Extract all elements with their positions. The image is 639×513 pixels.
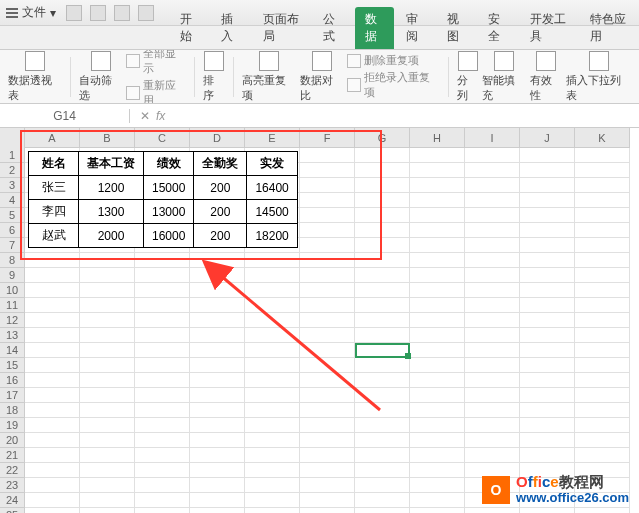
row-header[interactable]: 20 <box>0 433 24 448</box>
header-attendance[interactable]: 全勤奖 <box>194 152 247 176</box>
select-all-corner[interactable] <box>0 128 25 148</box>
column-header[interactable]: D <box>190 128 245 148</box>
row-header[interactable]: 4 <box>0 193 24 208</box>
fx-label[interactable]: fx <box>156 109 165 123</box>
row-header[interactable]: 17 <box>0 388 24 403</box>
cell[interactable]: 200 <box>194 176 247 200</box>
tab-data[interactable]: 数据 <box>355 7 394 49</box>
column-header[interactable]: H <box>410 128 465 148</box>
cell[interactable]: 15000 <box>144 176 194 200</box>
tab-view[interactable]: 视图 <box>437 7 476 49</box>
column-header[interactable]: I <box>465 128 520 148</box>
watermark-text: Office教程网 www.office26.com <box>516 474 629 505</box>
sheet-area[interactable]: ABCDEFGHIJK 1234567891011121314151617181… <box>0 128 639 513</box>
cell[interactable]: 1200 <box>79 176 144 200</box>
reject-dup-button[interactable]: 拒绝录入重复项 <box>347 70 439 100</box>
row-header[interactable]: 10 <box>0 283 24 298</box>
row-header[interactable]: 3 <box>0 178 24 193</box>
header-total[interactable]: 实发 <box>247 152 297 176</box>
sort-button[interactable]: 排序 <box>203 51 225 103</box>
row-header[interactable]: 21 <box>0 448 24 463</box>
row-header[interactable]: 1 <box>0 148 24 163</box>
cell[interactable]: 赵武 <box>29 224 79 248</box>
row-header[interactable]: 7 <box>0 238 24 253</box>
column-header[interactable]: F <box>300 128 355 148</box>
cell[interactable]: 200 <box>194 224 247 248</box>
smart-fill-button[interactable]: 智能填充 <box>482 51 525 103</box>
cell[interactable]: 16000 <box>144 224 194 248</box>
file-menu[interactable]: 文件 ▾ <box>6 4 56 21</box>
row-header[interactable]: 15 <box>0 358 24 373</box>
column-header[interactable]: C <box>135 128 190 148</box>
row-header[interactable]: 16 <box>0 373 24 388</box>
tab-security[interactable]: 安全 <box>478 7 517 49</box>
row-header[interactable]: 24 <box>0 493 24 508</box>
row-header[interactable]: 25 <box>0 508 24 513</box>
column-header[interactable]: J <box>520 128 575 148</box>
row-header[interactable]: 22 <box>0 463 24 478</box>
row-header[interactable]: 19 <box>0 418 24 433</box>
tab-formula[interactable]: 公式 <box>313 7 352 49</box>
cell[interactable]: 14500 <box>247 200 297 224</box>
cell[interactable]: 13000 <box>144 200 194 224</box>
cell[interactable]: 200 <box>194 200 247 224</box>
smartfill-icon <box>494 51 514 71</box>
cell[interactable]: 2000 <box>79 224 144 248</box>
text-to-col-button[interactable]: 分列 <box>457 51 479 103</box>
insert-dropdown-button[interactable]: 插入下拉列表 <box>566 51 631 103</box>
qat-save-icon[interactable] <box>66 5 82 21</box>
name-box[interactable]: G14 <box>0 109 130 123</box>
autofilter-button[interactable]: 自动筛选 <box>79 51 122 103</box>
formula-bar: G14 ✕ fx <box>0 104 639 128</box>
tab-pagelayout[interactable]: 页面布局 <box>253 7 312 49</box>
header-name[interactable]: 姓名 <box>29 152 79 176</box>
tab-special[interactable]: 特色应用 <box>580 7 639 49</box>
header-base-salary[interactable]: 基本工资 <box>79 152 144 176</box>
pivot-table-button[interactable]: 数据透视表 <box>8 51 62 103</box>
cell[interactable]: 李四 <box>29 200 79 224</box>
row-header[interactable]: 5 <box>0 208 24 223</box>
cell[interactable]: 1300 <box>79 200 144 224</box>
row-header[interactable]: 11 <box>0 298 24 313</box>
column-header[interactable]: E <box>245 128 300 148</box>
cell[interactable]: 18200 <box>247 224 297 248</box>
column-header[interactable]: K <box>575 128 630 148</box>
reapply-button[interactable]: 重新应用 <box>126 78 186 105</box>
watermark-url: www.office26.com <box>516 491 629 505</box>
column-header[interactable]: A <box>25 128 80 148</box>
row-header[interactable]: 14 <box>0 343 24 358</box>
showall-button[interactable]: 全部显示 <box>126 50 186 76</box>
remove-dup-button[interactable]: 删除重复项 <box>347 53 439 68</box>
row-header[interactable]: 12 <box>0 313 24 328</box>
row-headers: 1234567891011121314151617181920212223242… <box>0 148 25 513</box>
column-header[interactable]: B <box>80 128 135 148</box>
row-header[interactable]: 13 <box>0 328 24 343</box>
highlight-dup-button[interactable]: 高亮重复项 <box>242 51 296 103</box>
row-header[interactable]: 6 <box>0 223 24 238</box>
tab-review[interactable]: 审阅 <box>396 7 435 49</box>
qat-undo-icon[interactable] <box>90 5 106 21</box>
tab-dev[interactable]: 开发工具 <box>520 7 579 49</box>
row-header[interactable]: 18 <box>0 403 24 418</box>
row-header[interactable]: 2 <box>0 163 24 178</box>
filter-icon <box>91 51 111 71</box>
tab-start[interactable]: 开始 <box>170 7 209 49</box>
column-header[interactable]: G <box>355 128 410 148</box>
row-header[interactable]: 8 <box>0 253 24 268</box>
hamburger-icon <box>6 8 18 18</box>
validity-button[interactable]: 有效性 <box>530 51 562 103</box>
cell[interactable]: 16400 <box>247 176 297 200</box>
tab-insert[interactable]: 插入 <box>211 7 250 49</box>
qat-print-icon[interactable] <box>138 5 154 21</box>
separator <box>448 57 449 97</box>
qat-redo-icon[interactable] <box>114 5 130 21</box>
compare-button[interactable]: 数据对比 <box>300 51 343 103</box>
row-header[interactable]: 23 <box>0 478 24 493</box>
remove-dup-icon <box>347 54 361 68</box>
cell[interactable]: 张三 <box>29 176 79 200</box>
row-header[interactable]: 9 <box>0 268 24 283</box>
highlight-icon <box>259 51 279 71</box>
fx-cancel-icon[interactable]: ✕ <box>140 109 150 123</box>
header-performance[interactable]: 绩效 <box>144 152 194 176</box>
separator <box>70 57 71 97</box>
